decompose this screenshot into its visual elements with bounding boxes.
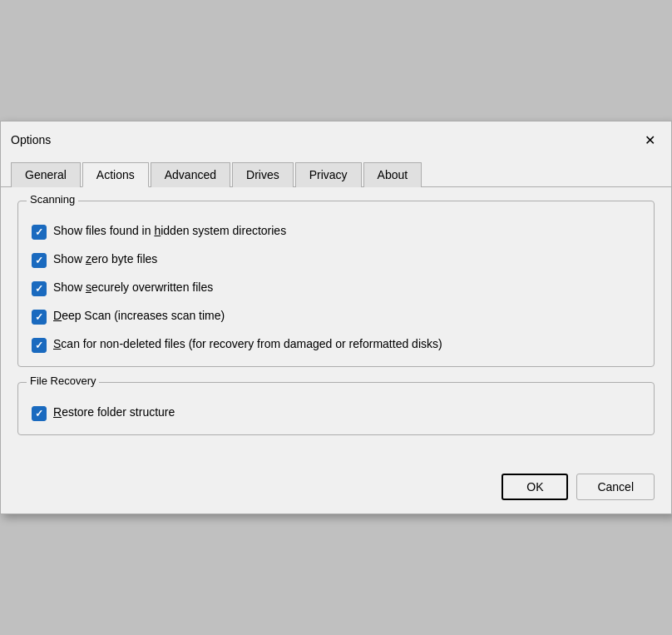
list-item: ✓ Show zero byte files	[32, 251, 640, 268]
tab-privacy[interactable]: Privacy	[295, 162, 362, 187]
list-item: ✓ Deep Scan (increases scan time)	[32, 308, 640, 325]
list-item: ✓ Show securely overwritten files	[32, 280, 640, 296]
file-recovery-group-label: File Recovery	[27, 375, 99, 387]
checkbox-zero-byte-label: Show zero byte files	[53, 251, 157, 268]
dialog-title: Options	[11, 133, 51, 146]
title-bar: Options ✕	[1, 122, 671, 158]
tab-about[interactable]: About	[363, 162, 422, 187]
checkbox-hidden-dirs-label: Show files found in hidden system direct…	[53, 223, 286, 240]
options-dialog: Options ✕ General Actions Advanced Drive…	[0, 121, 672, 514]
ok-button[interactable]: OK	[502, 474, 568, 500]
scanning-group-label: Scanning	[27, 193, 78, 206]
content-area: Scanning ✓ Show files found in hidden sy…	[1, 187, 671, 464]
file-recovery-group: File Recovery ✓ Restore folder structure	[17, 382, 655, 435]
checkbox-non-deleted-label: Scan for non-deleted files (for recovery…	[53, 336, 442, 353]
checkbox-non-deleted[interactable]: ✓	[32, 338, 47, 353]
list-item: ✓ Scan for non-deleted files (for recove…	[32, 336, 640, 353]
checkbox-securely-overwritten-label: Show securely overwritten files	[53, 280, 213, 296]
tab-advanced[interactable]: Advanced	[151, 162, 230, 187]
list-item: ✓ Restore folder structure	[32, 404, 640, 421]
checkbox-securely-overwritten[interactable]: ✓	[32, 281, 47, 296]
list-item: ✓ Show files found in hidden system dire…	[32, 223, 640, 240]
checkbox-hidden-dirs[interactable]: ✓	[32, 225, 47, 240]
tab-drives[interactable]: Drives	[232, 162, 294, 187]
close-button[interactable]: ✕	[638, 128, 661, 151]
checkbox-restore-folder-label: Restore folder structure	[53, 404, 175, 421]
tab-actions[interactable]: Actions	[82, 162, 149, 187]
tabs-bar: General Actions Advanced Drives Privacy …	[1, 158, 671, 187]
checkbox-zero-byte[interactable]: ✓	[32, 253, 47, 268]
checkbox-deep-scan-label: Deep Scan (increases scan time)	[53, 308, 225, 325]
cancel-button[interactable]: Cancel	[576, 474, 655, 500]
checkbox-deep-scan[interactable]: ✓	[32, 310, 47, 325]
dialog-footer: OK Cancel	[1, 464, 671, 513]
scanning-group: Scanning ✓ Show files found in hidden sy…	[17, 201, 655, 367]
checkbox-restore-folder[interactable]: ✓	[32, 406, 47, 421]
tab-general[interactable]: General	[11, 162, 81, 187]
